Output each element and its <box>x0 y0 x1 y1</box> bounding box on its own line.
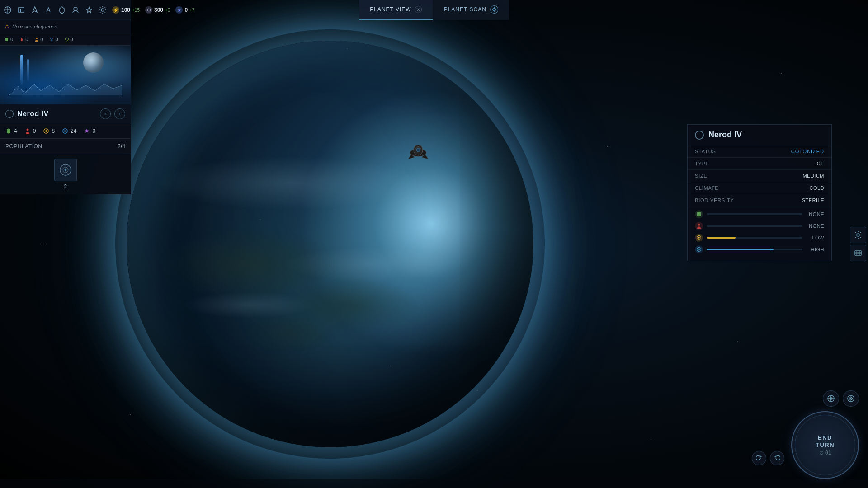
svg-point-15 <box>36 38 38 39</box>
planet-info-body: STATUS COLONIZED TYPE ICE SIZE MEDIUM CL… <box>688 145 831 206</box>
stat-industry-value: 8 <box>52 128 55 134</box>
sidebar-map-icon[interactable] <box>850 245 866 261</box>
stat-influence: 0 <box>84 128 95 134</box>
planet-name: Nerod IV <box>17 110 96 118</box>
prev-planet-btn[interactable]: ‹ <box>100 108 111 119</box>
info-row-type: TYPE ICE <box>688 158 831 170</box>
svg-point-27 <box>698 237 700 239</box>
resource-row-manpower: NONE <box>695 222 824 230</box>
size-value: MEDIUM <box>802 173 824 178</box>
nav-icon-empire[interactable] <box>31 4 39 16</box>
planet-sphere <box>127 41 533 447</box>
nav-icon-military[interactable] <box>58 4 66 16</box>
planet-stats: 4 0 8 24 0 <box>0 123 131 139</box>
status-fire: 0 <box>19 37 28 42</box>
nav-buttons <box>823 390 859 407</box>
resource-row-industry: LOW <box>695 234 824 242</box>
svg-point-38 <box>850 398 852 399</box>
food-res-icon <box>695 210 703 218</box>
colony-section: 2 <box>0 154 131 194</box>
info-row-status: STATUS COLONIZED <box>688 145 831 158</box>
bottom-controls: END TURN ⊙ 01 <box>791 390 859 479</box>
manpower-res-label: NONE <box>806 223 824 229</box>
scan-icon <box>490 5 498 14</box>
status-label: STATUS <box>695 149 716 154</box>
end-turn-line2: TURN <box>816 441 835 449</box>
stat-influence-value: 0 <box>92 128 95 134</box>
industry-res-icon <box>695 234 703 242</box>
status-manpower-value: 0 <box>40 37 43 42</box>
right-sidebar <box>848 223 868 265</box>
end-turn-button[interactable]: END TURN ⊙ 01 <box>791 411 859 479</box>
bottom-nav-row <box>752 465 784 479</box>
svg-point-13 <box>74 7 77 11</box>
food-res-label: NONE <box>806 211 824 217</box>
influence-delta: +7 <box>189 8 194 13</box>
svg-point-29 <box>857 234 859 236</box>
center-view-btn[interactable] <box>843 390 859 407</box>
energy-delta: +15 <box>132 8 140 13</box>
sidebar-settings-icon[interactable] <box>850 227 866 243</box>
svg-rect-11 <box>22 9 23 9</box>
planet-info-header: Nerod IV <box>688 125 831 145</box>
planet-scan-label: PLANET SCAN <box>444 6 486 13</box>
svg-rect-30 <box>855 251 861 255</box>
manpower-bar-container <box>707 225 802 227</box>
colony-icon[interactable] <box>54 159 77 181</box>
planet-view-label: PLANET VIEW <box>370 6 411 13</box>
stat-food: 4 <box>5 128 17 134</box>
left-panel: ⚡ 100 +15 ⚙ 300 +0 ★ 0 +7 <box>0 0 131 194</box>
science-res-icon <box>695 245 703 253</box>
science-res-label: HIGH <box>806 247 824 252</box>
next-planet-btn[interactable]: › <box>114 108 125 119</box>
nav-icon-buildings[interactable] <box>17 4 25 16</box>
tab-planet-view[interactable]: PLANET VIEW ✕ <box>359 0 433 20</box>
science-bar-container <box>707 249 802 250</box>
planet-name-bar: Nerod IV ‹ › <box>0 104 131 123</box>
info-orbit-icon <box>695 131 704 140</box>
status-credits: 0 <box>65 37 73 42</box>
svg-marker-39 <box>760 455 762 458</box>
svg-point-2 <box>416 148 420 152</box>
nav-icon-diplomacy[interactable] <box>71 4 80 16</box>
manpower-res-icon <box>695 222 703 230</box>
status-credits-value: 0 <box>71 37 73 42</box>
status-manpower: 0 <box>34 37 43 42</box>
info-row-biodiversity: BIODIVERSITY STERILE <box>688 194 831 206</box>
research-text: No research queued <box>12 24 57 29</box>
biodiversity-value: STERILE <box>802 197 824 203</box>
tab-close-btn[interactable]: ✕ <box>415 6 422 13</box>
status-food-value: 0 <box>10 37 13 42</box>
zoom-to-planet-btn[interactable] <box>823 390 839 407</box>
nav-icon-colony[interactable] <box>4 4 12 16</box>
resource-section: NONE NONE LOW <box>688 206 831 261</box>
research-bar[interactable]: ⚠ No research queued <box>0 20 131 33</box>
svg-point-14 <box>101 9 104 11</box>
colony-count: 2 <box>64 183 67 190</box>
resource-row-science: HIGH <box>695 245 824 253</box>
resource-production: ⚙ 300 +0 <box>145 6 170 14</box>
population-value: 2/4 <box>118 143 125 150</box>
nav-icon-victory[interactable] <box>85 4 93 16</box>
bottom-nav-left[interactable] <box>752 451 766 465</box>
stat-science: 24 <box>62 128 76 134</box>
planet-info-name: Nerod IV <box>708 130 742 140</box>
stat-industry: 8 <box>43 128 55 134</box>
stat-science-value: 24 <box>71 128 76 134</box>
bottom-nav-right[interactable] <box>770 451 784 465</box>
nav-icon-settings[interactable] <box>99 4 107 16</box>
svg-point-20 <box>45 130 47 132</box>
info-row-climate: CLIMATE COLD <box>688 182 831 194</box>
influence-value: 0 <box>184 7 188 13</box>
stat-manpower-value: 0 <box>33 128 36 134</box>
size-label: SIZE <box>695 173 708 178</box>
population-label: Population <box>5 143 42 150</box>
production-icon: ⚙ <box>145 6 152 14</box>
status-fire-value: 0 <box>25 37 28 42</box>
svg-point-25 <box>698 224 700 225</box>
resource-energy: ⚡ 100 +15 <box>112 6 140 14</box>
nav-icon-research[interactable] <box>44 4 52 16</box>
spaceship[interactable] <box>405 140 432 163</box>
climate-value: COLD <box>809 185 824 191</box>
tab-planet-scan[interactable]: PLANET SCAN <box>433 0 509 20</box>
